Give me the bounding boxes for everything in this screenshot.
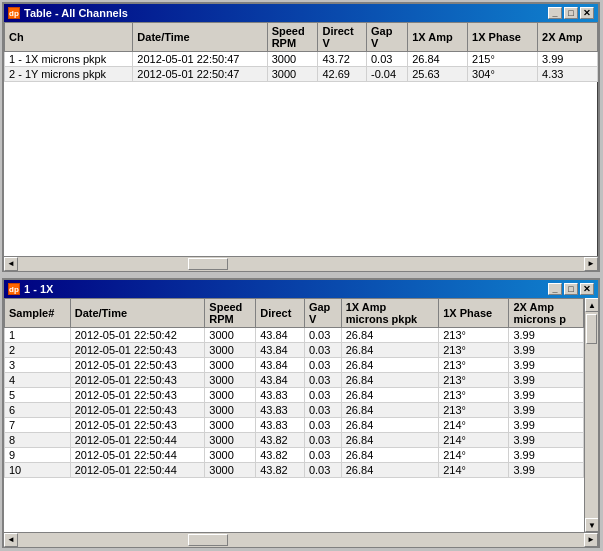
window-icon: dp [8,7,20,19]
col-gap-2: GapV [304,299,341,328]
col-1x-phase-2: 1X Phase [439,299,509,328]
1x-table-scroll[interactable]: Sample# Date/Time SpeedRPM Direct GapV 1… [4,298,584,532]
col-1x-phase: 1X Phase [468,23,538,52]
title-buttons-2: _ □ ✕ [548,283,594,295]
window-title-2: 1 - 1X [24,283,53,295]
table-row: 52012-05-01 22:50:43300043.830.0326.8421… [5,388,584,403]
table-row: 72012-05-01 22:50:43300043.830.0326.8421… [5,418,584,433]
table-row: 102012-05-01 22:50:44300043.820.0326.842… [5,463,584,478]
table-row: 32012-05-01 22:50:43300043.840.0326.8421… [5,358,584,373]
close-button[interactable]: ✕ [580,7,594,19]
minimize-button-2[interactable]: _ [548,283,562,295]
all-channels-window: dp Table - All Channels _ □ ✕ Ch Date/Ti… [2,2,600,272]
all-channels-table-container[interactable]: Ch Date/Time SpeedRPM DirectV GapV 1X Am… [4,22,598,82]
restore-button[interactable]: □ [564,7,578,19]
col-speed: SpeedRPM [267,23,318,52]
table-row: 2 - 1Y microns pkpk2012-05-01 22:50:4730… [5,67,598,82]
table-row: 82012-05-01 22:50:44300043.820.0326.8421… [5,433,584,448]
col-speed-2: SpeedRPM [205,299,256,328]
scroll-left-btn-2[interactable]: ◄ [4,533,18,547]
1x-title-bar: dp 1 - 1X _ □ ✕ [4,280,598,298]
table-row: 1 - 1X microns pkpk2012-05-01 22:50:4730… [5,52,598,67]
close-button-2[interactable]: ✕ [580,283,594,295]
all-channels-title-bar: dp Table - All Channels _ □ ✕ [4,4,598,22]
table-row: 42012-05-01 22:50:43300043.840.0326.8421… [5,373,584,388]
scroll-thumb-2[interactable] [188,534,228,546]
scroll-up-btn[interactable]: ▲ [585,298,598,312]
1x-vscrollbar[interactable]: ▲ ▼ [584,298,598,532]
all-channels-table: Ch Date/Time SpeedRPM DirectV GapV 1X Am… [4,22,598,82]
scroll-track[interactable] [18,257,584,271]
table-row: 22012-05-01 22:50:43300043.840.0326.8421… [5,343,584,358]
col-direct-2: Direct [256,299,305,328]
scroll-left-btn[interactable]: ◄ [4,257,18,271]
all-channels-content: Ch Date/Time SpeedRPM DirectV GapV 1X Am… [4,22,598,256]
col-1x-amp-2: 1X Ampmicrons pkpk [341,299,439,328]
col-datetime-2: Date/Time [70,299,205,328]
table-row: 62012-05-01 22:50:43300043.830.0326.8421… [5,403,584,418]
window-icon-2: dp [8,283,20,295]
col-gap: GapV [367,23,408,52]
col-1x-amp: 1X Amp [408,23,468,52]
col-ch: Ch [5,23,133,52]
all-channels-hscrollbar[interactable]: ◄ ► [4,256,598,270]
minimize-button[interactable]: _ [548,7,562,19]
vscroll-thumb[interactable] [586,314,597,344]
col-2x-amp: 2X Amp [538,23,598,52]
scroll-down-btn[interactable]: ▼ [585,518,598,532]
vscroll-track[interactable] [585,312,598,518]
col-2x-amp-2: 2X Ampmicrons p [509,299,584,328]
window-title: Table - All Channels [24,7,128,19]
scroll-right-btn-2[interactable]: ► [584,533,598,547]
1x-table: Sample# Date/Time SpeedRPM Direct GapV 1… [4,298,584,478]
1x-content: Sample# Date/Time SpeedRPM Direct GapV 1… [4,298,598,532]
col-sample: Sample# [5,299,71,328]
scroll-track-2[interactable] [18,533,584,547]
title-bar-left: dp Table - All Channels [8,7,128,19]
table-row: 12012-05-01 22:50:42300043.840.0326.8421… [5,328,584,343]
col-datetime: Date/Time [133,23,267,52]
1x-hscrollbar[interactable]: ◄ ► [4,532,598,546]
title-buttons: _ □ ✕ [548,7,594,19]
restore-button-2[interactable]: □ [564,283,578,295]
col-direct: DirectV [318,23,367,52]
scroll-right-btn[interactable]: ► [584,257,598,271]
1x-window: dp 1 - 1X _ □ ✕ Sample# Date/Time SpeedR… [2,278,600,548]
title-bar-left-2: dp 1 - 1X [8,283,53,295]
scroll-thumb[interactable] [188,258,228,270]
table-row: 92012-05-01 22:50:44300043.820.0326.8421… [5,448,584,463]
1x-scroll-area: Sample# Date/Time SpeedRPM Direct GapV 1… [4,298,598,532]
